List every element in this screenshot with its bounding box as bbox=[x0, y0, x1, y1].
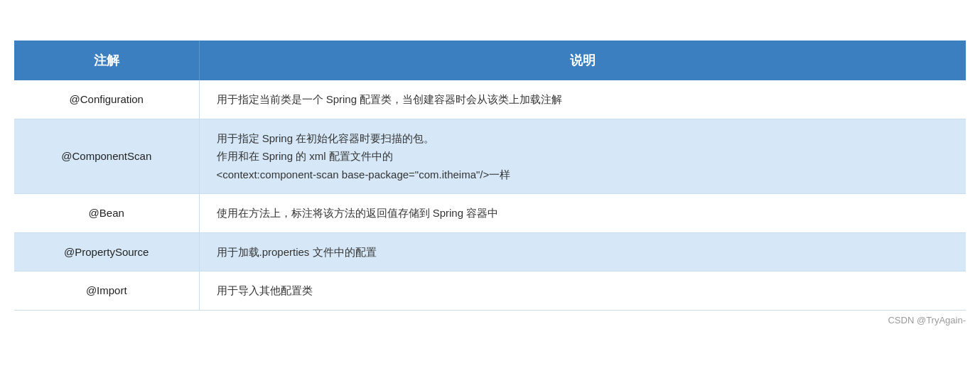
description-cell: 用于指定 Spring 在初始化容器时要扫描的包。作用和在 Spring 的 x… bbox=[199, 119, 966, 194]
annotation-cell: @Import bbox=[14, 271, 199, 311]
table-row: @Bean使用在方法上，标注将该方法的返回值存储到 Spring 容器中 bbox=[14, 194, 966, 233]
description-cell: 使用在方法上，标注将该方法的返回值存储到 Spring 容器中 bbox=[199, 194, 966, 233]
main-container: 注解 说明 @Configuration用于指定当前类是一个 Spring 配置… bbox=[14, 41, 966, 325]
annotation-cell: @PropertySource bbox=[14, 232, 199, 271]
table-row: @Import用于导入其他配置类 bbox=[14, 271, 966, 311]
description-cell: 用于导入其他配置类 bbox=[199, 271, 966, 311]
annotation-cell: @ComponentScan bbox=[14, 119, 199, 194]
table-row: @Configuration用于指定当前类是一个 Spring 配置类，当创建容… bbox=[14, 80, 966, 119]
description-cell: 用于加载.properties 文件中的配置 bbox=[199, 232, 966, 271]
table-row: @PropertySource用于加载.properties 文件中的配置 bbox=[14, 232, 966, 271]
header-annotation: 注解 bbox=[14, 41, 199, 80]
annotation-cell: @Configuration bbox=[14, 80, 199, 119]
header-description: 说明 bbox=[199, 41, 966, 80]
table-header-row: 注解 说明 bbox=[14, 41, 966, 80]
annotation-cell: @Bean bbox=[14, 194, 199, 233]
annotations-table: 注解 说明 @Configuration用于指定当前类是一个 Spring 配置… bbox=[14, 41, 966, 311]
watermark: CSDN @TryAgain- bbox=[14, 315, 966, 325]
table-row: @ComponentScan用于指定 Spring 在初始化容器时要扫描的包。作… bbox=[14, 119, 966, 194]
description-cell: 用于指定当前类是一个 Spring 配置类，当创建容器时会从该类上加载注解 bbox=[199, 80, 966, 119]
